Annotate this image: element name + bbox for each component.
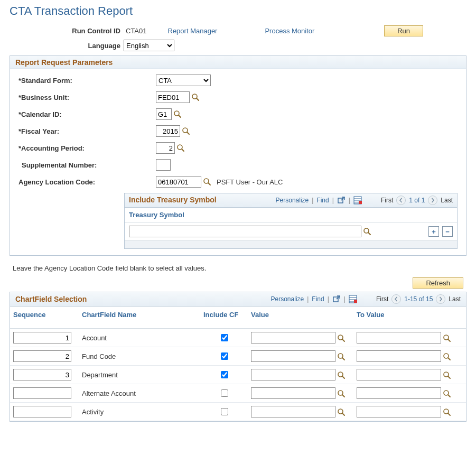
refresh-button[interactable]: Refresh: [413, 277, 463, 289]
value-input[interactable]: [251, 369, 335, 380]
lookup-icon[interactable]: [337, 408, 346, 416]
lookup-icon[interactable]: [443, 352, 451, 361]
include-treasury-symbol-title: Include Treasury Symbol: [129, 196, 224, 204]
agency-location-code-descr: PSFT User - Our ALC: [217, 178, 283, 186]
value-input[interactable]: [251, 387, 335, 399]
chartfield-name: Account: [79, 329, 200, 347]
sequence-input[interactable]: [13, 332, 71, 343]
lookup-icon[interactable]: [337, 334, 346, 342]
to-value-input[interactable]: [357, 387, 441, 399]
value-input[interactable]: [251, 332, 335, 343]
report-request-parameters-header: Report Request Parameters: [10, 56, 466, 69]
chartfield-name: Alternate Account: [79, 384, 200, 403]
chartfield-name: Department: [79, 366, 200, 384]
accounting-period-input[interactable]: [156, 142, 175, 154]
include-cf-checkbox[interactable]: [221, 389, 228, 397]
table-row: Activity: [10, 403, 466, 421]
report-manager-link[interactable]: Report Manager: [168, 27, 218, 35]
standard-form-label: *Standard Form:: [18, 77, 156, 85]
include-cf-checkbox[interactable]: [221, 371, 228, 378]
lookup-icon[interactable]: [182, 127, 190, 135]
to-value-input[interactable]: [357, 332, 441, 343]
value-input[interactable]: [251, 406, 335, 417]
lookup-icon[interactable]: [337, 371, 346, 379]
prev-button[interactable]: [391, 294, 401, 304]
find-link[interactable]: Find: [312, 295, 324, 303]
lookup-icon[interactable]: [363, 227, 371, 236]
to-value-input[interactable]: [357, 406, 441, 417]
personalize-link[interactable]: Personalize: [271, 295, 304, 303]
language-select[interactable]: English: [124, 40, 174, 51]
personalize-link[interactable]: Personalize: [276, 197, 309, 204]
sequence-input[interactable]: [13, 406, 71, 417]
lookup-icon[interactable]: [337, 352, 346, 361]
supplemental-number-label: Supplemental Number:: [18, 161, 156, 169]
include-treasury-symbol-box: Include Treasury Symbol Personalize | Fi…: [124, 193, 458, 249]
chartfield-name: Fund Code: [79, 347, 200, 366]
agency-location-code-label: Agency Location Code:: [18, 178, 156, 186]
last-label: Last: [441, 197, 453, 204]
lookup-icon[interactable]: [191, 93, 200, 101]
table-row: Department: [10, 366, 466, 384]
agency-location-code-input[interactable]: [156, 176, 201, 188]
lookup-icon[interactable]: [443, 371, 451, 379]
supplemental-number-input[interactable]: [156, 159, 171, 171]
lookup-icon[interactable]: [443, 408, 451, 416]
fiscal-year-input[interactable]: [156, 125, 180, 137]
chartfield-name: Activity: [79, 403, 200, 421]
include-cf-checkbox[interactable]: [221, 408, 228, 415]
download-icon[interactable]: [349, 295, 357, 303]
fiscal-year-label: *Fiscal Year:: [18, 127, 156, 135]
column-value[interactable]: Value: [248, 307, 353, 329]
range-label: 1 of 1: [409, 197, 425, 204]
to-value-input[interactable]: [357, 350, 441, 362]
run-button[interactable]: Run: [384, 25, 423, 36]
lookup-icon[interactable]: [443, 334, 451, 342]
grid-footer: [125, 241, 457, 248]
business-unit-label: *Business Unit:: [18, 94, 156, 101]
report-request-parameters-box: Report Request Parameters *Standard Form…: [10, 55, 466, 256]
treasury-symbol-column-header: Treasury Symbol: [125, 208, 457, 222]
column-to-value[interactable]: To Value: [353, 307, 466, 329]
table-row: Alternate Account: [10, 384, 466, 403]
add-row-button[interactable]: +: [428, 226, 439, 237]
next-button[interactable]: [428, 196, 437, 205]
to-value-input[interactable]: [357, 369, 441, 380]
value-input[interactable]: [251, 350, 335, 362]
include-cf-checkbox[interactable]: [221, 352, 228, 360]
last-label: Last: [449, 295, 461, 303]
column-sequence[interactable]: Sequence: [10, 307, 79, 329]
next-button[interactable]: [436, 294, 445, 304]
first-label: First: [376, 295, 388, 303]
delete-row-button[interactable]: −: [442, 226, 453, 237]
lookup-icon[interactable]: [443, 389, 451, 398]
calendar-id-input[interactable]: [156, 108, 172, 120]
lookup-icon[interactable]: [173, 110, 182, 118]
prev-button[interactable]: [396, 196, 406, 205]
find-link[interactable]: Find: [316, 197, 329, 204]
column-include-cf[interactable]: Include CF: [200, 307, 248, 329]
language-label: Language: [0, 42, 120, 50]
lookup-icon[interactable]: [203, 178, 211, 186]
include-cf-checkbox[interactable]: [221, 334, 228, 341]
zoom-icon[interactable]: [332, 295, 341, 303]
lookup-icon[interactable]: [176, 144, 185, 152]
run-control-id-value: CTA01: [126, 27, 147, 35]
range-label: 1-15 of 15: [404, 295, 433, 303]
lookup-icon[interactable]: [337, 389, 346, 398]
page-title: CTA Transaction Report: [10, 4, 476, 18]
column-chartfield-name[interactable]: ChartField Name: [79, 307, 200, 329]
table-row: Account: [10, 329, 466, 347]
treasury-symbol-input[interactable]: [129, 226, 361, 237]
sequence-input[interactable]: [13, 387, 71, 399]
accounting-period-label: *Accounting Period:: [18, 144, 156, 152]
sequence-input[interactable]: [13, 369, 71, 380]
business-unit-input[interactable]: [156, 91, 190, 103]
process-monitor-link[interactable]: Process Monitor: [265, 27, 314, 35]
standard-form-select[interactable]: CTA: [156, 75, 211, 86]
sequence-input[interactable]: [13, 350, 71, 362]
zoom-icon[interactable]: [337, 196, 346, 205]
chartfield-selection-title: ChartField Selection: [15, 295, 87, 303]
calendar-id-label: *Calendar ID:: [18, 110, 156, 118]
download-icon[interactable]: [353, 196, 362, 205]
